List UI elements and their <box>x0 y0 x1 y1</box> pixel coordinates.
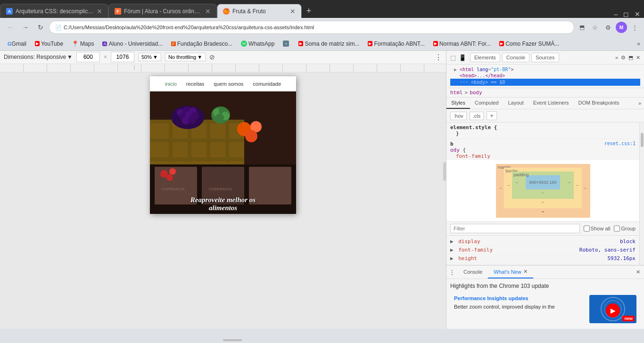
whats-new-thumbnail[interactable]: ▶ new <box>589 295 636 323</box>
height-triangle[interactable]: ▶ <box>450 255 454 261</box>
youtube-play-button[interactable]: ▶ <box>606 303 620 318</box>
group-check[interactable]: Group <box>614 224 636 233</box>
devtools-close-icon[interactable]: ✕ <box>636 55 640 61</box>
close-button[interactable]: ✕ <box>635 10 640 18</box>
refresh-button[interactable]: ↻ <box>34 21 47 34</box>
tab2-close[interactable]: ✕ <box>205 8 211 15</box>
tree-item-head[interactable]: <head>...</head> <box>450 73 640 79</box>
svg-text:COPERASTA: COPERASTA <box>162 187 185 191</box>
tree-item-html[interactable]: ▶ <html lang="pt-BR"> <box>450 66 640 73</box>
devtools-content: element.style { } b reset.css:1 ody { <box>446 122 644 265</box>
devtools-panel-tabs: Elements Console Sources <box>470 53 559 62</box>
devtools-scrollbar[interactable] <box>639 122 644 265</box>
new-tab-button[interactable]: + <box>302 4 316 18</box>
bookmark-normas[interactable]: ▶ Normas ABNT: For... <box>429 40 495 48</box>
zoom-selector[interactable]: 50% ▼ <box>138 53 161 61</box>
tab-arquitetura[interactable]: A Arquitetura CSS: descomplicand... ✕ <box>0 4 108 18</box>
bookmarks-more-button[interactable]: » <box>637 41 640 47</box>
bookmark-como[interactable]: ▶ Como Fazer SUMÁ... <box>495 40 563 48</box>
display-triangle[interactable]: ▶ <box>450 238 454 245</box>
show-all-checkbox[interactable] <box>584 224 590 233</box>
bookmark-normas-label: Normas ABNT: For... <box>439 41 491 47</box>
bookmark-fundacao[interactable]: F Fundação Bradesco... <box>167 40 236 48</box>
devtools-toggle[interactable]: ⚙ <box>603 22 614 33</box>
tab-console-bottom[interactable]: Console <box>458 266 488 278</box>
tab-sources[interactable]: Sources <box>531 53 559 62</box>
tab-dom-breakpoints[interactable]: DOM Breakpoints <box>574 98 624 109</box>
address-icons: ⬒ ☆ ⚙ M ⋮ <box>576 22 640 33</box>
bookmark-whatsapp-label: WhatsApp <box>248 41 274 47</box>
tab3-close[interactable]: ✕ <box>290 8 296 15</box>
bookmark-maps[interactable]: 📍 Maps <box>68 40 98 48</box>
devtools-inspect-icon[interactable]: ⬚ <box>450 54 456 61</box>
minimize-button[interactable]: – <box>614 10 618 18</box>
play-arrow-icon: ▶ <box>611 307 616 314</box>
tree-item-body[interactable]: ··· <body> == $0 <box>450 79 640 86</box>
back-button[interactable]: ← <box>4 21 17 34</box>
tab-styles[interactable]: Styles <box>446 98 470 109</box>
resize-handle-right[interactable] <box>443 162 446 181</box>
throttle-selector[interactable]: No throttling ▼ <box>165 53 206 61</box>
menu-icon[interactable]: ⋮ <box>629 22 640 33</box>
bookmark-star-icon[interactable]: ☆ <box>589 22 601 33</box>
forward-button[interactable]: → <box>19 21 32 34</box>
perf-insights-link[interactable]: Performance Insights updates <box>454 295 586 302</box>
tab-event-listeners[interactable]: Event Listeners <box>528 98 574 109</box>
padding-right: – <box>568 180 570 185</box>
tab1-close[interactable]: ✕ <box>97 8 102 15</box>
bookmark-formatacao[interactable]: ▶ Formatação ABNT... <box>364 40 428 48</box>
hov-button[interactable]: :hov <box>450 112 467 120</box>
tab-whats-new[interactable]: What's New ✕ <box>488 266 533 278</box>
cast-icon[interactable]: ⬒ <box>576 22 587 33</box>
tab-layout[interactable]: Layout <box>504 98 528 109</box>
show-all-check[interactable]: Show all <box>584 224 611 233</box>
breadcrumb-body[interactable]: body <box>470 90 482 96</box>
styles-more-icon[interactable]: » <box>636 98 644 108</box>
tab-elements[interactable]: Elements <box>470 53 500 62</box>
restore-button[interactable]: ◻ <box>623 10 629 18</box>
bookmark-whatsapp[interactable]: W WhatsApp <box>237 40 278 48</box>
add-rule-icon[interactable]: + <box>487 111 497 120</box>
nav-inicio[interactable]: inicio <box>165 81 177 87</box>
bookmark-gmail[interactable]: G Gmail <box>4 40 30 48</box>
tab-bar: A Arquitetura CSS: descomplicand... ✕ F … <box>0 0 644 18</box>
new-badge: new <box>622 316 635 321</box>
tab-computed[interactable]: Computed <box>470 98 504 109</box>
page-frame: inicio receitas quem somos comunidade <box>150 76 296 214</box>
bottom-close-button[interactable]: ✕ <box>632 267 644 277</box>
nav-quem-somos[interactable]: quem somos <box>214 81 243 87</box>
responsive-more-icon[interactable]: ⋮ <box>435 53 442 62</box>
tab-forum[interactable]: F Fórum | Alura - Cursos online de... ✕ <box>108 4 217 18</box>
address-input[interactable]: 📄 C:/Users/Messias/Desktop/aula%20de%20f… <box>49 21 574 34</box>
source-reset[interactable]: reset.css:1 <box>604 141 636 147</box>
devtools-more-icon[interactable]: » <box>615 55 618 61</box>
group-checkbox[interactable] <box>614 224 620 233</box>
nav-receitas[interactable]: receitas <box>186 81 205 87</box>
bookmark-gmail-label: Gmail <box>12 41 26 47</box>
tab-console-dt[interactable]: Console <box>502 53 529 62</box>
devtools-panel: ⬚ 📱 Elements Console Sources » ⚙ ⬒ ✕ ▶ <… <box>446 51 644 329</box>
font-family-triangle[interactable]: ▶ <box>450 247 454 253</box>
bookmark-sep1[interactable]: • <box>279 40 294 48</box>
hero-svg: COPERASTA COPERASTA Reaproveite melhor o… <box>150 91 296 214</box>
computed-height: ▶ height 5932.16px <box>450 254 636 263</box>
tab-fruta[interactable]: 🍊 Fruta & Fruto ✕ <box>217 4 302 18</box>
devtools-settings-icon[interactable]: ⚙ <box>621 55 626 61</box>
bookmark-youtube[interactable]: ▶ YouTube <box>31 40 67 48</box>
filter-input[interactable] <box>450 224 580 233</box>
devtools-dock-icon[interactable]: ⬒ <box>628 55 633 61</box>
profile-avatar[interactable]: M <box>616 22 627 33</box>
cls-button[interactable]: .cls <box>470 112 484 120</box>
bookmark-soma[interactable]: ▶ Soma de matriz sim... <box>295 40 363 48</box>
computed-properties: ▶ display block ▶ font-family Roboto, sa… <box>446 236 639 265</box>
filter-bar: Show all Group <box>446 222 639 236</box>
whats-new-close-icon[interactable]: ✕ <box>523 269 528 275</box>
bookmark-aluno[interactable]: A Aluno - Universidad... <box>99 40 166 48</box>
resp-dropdown-icon[interactable]: ▼ <box>67 54 73 60</box>
aluno-favicon: A <box>102 41 107 46</box>
breadcrumb-html[interactable]: html <box>450 90 463 96</box>
nav-comunidade[interactable]: comunidade <box>253 81 281 87</box>
width-input[interactable] <box>76 52 100 62</box>
devtools-device-icon[interactable]: 📱 <box>459 54 466 61</box>
height-input[interactable] <box>111 52 134 62</box>
